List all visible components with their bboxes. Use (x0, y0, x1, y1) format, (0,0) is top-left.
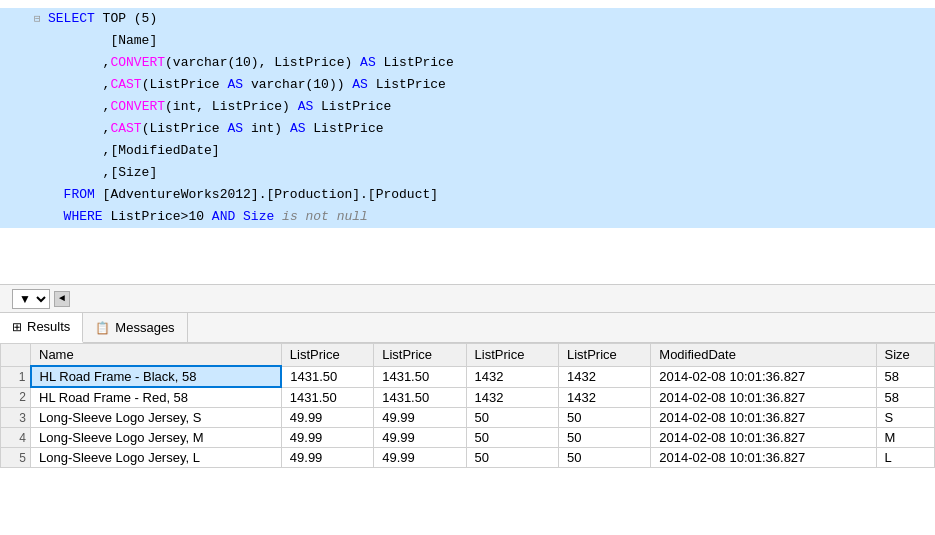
sql-line-1: ⊟SELECT TOP (5) (0, 8, 935, 30)
sql-line-10: WHERE ListPrice>10 AND Size is not null (0, 206, 935, 228)
cell-0-2[interactable]: 1431.50 (281, 366, 373, 387)
tab-messages[interactable]: 📋Messages (83, 313, 187, 343)
cell-4-3[interactable]: 49.99 (374, 448, 466, 468)
cell-3-4[interactable]: 50 (466, 428, 558, 448)
cell-0-4[interactable]: 1432 (466, 366, 558, 387)
table-row[interactable]: 2HL Road Frame - Red, 581431.501431.5014… (1, 387, 935, 408)
cell-3-7[interactable]: M (876, 428, 934, 448)
column-header-4: ListPrice (466, 344, 558, 367)
line-content-9: FROM [AdventureWorks2012].[Production].[… (48, 184, 931, 206)
line-content-5: ,CONVERT(int, ListPrice) AS ListPrice (48, 96, 931, 118)
cell-2-1[interactable]: Long-Sleeve Logo Jersey, S (31, 408, 282, 428)
sql-line-9: FROM [AdventureWorks2012].[Production].[… (0, 184, 935, 206)
scroll-left-button[interactable]: ◄ (54, 291, 70, 307)
cell-1-2[interactable]: 1431.50 (281, 387, 373, 408)
cell-2-5[interactable]: 50 (558, 408, 650, 428)
cell-4-6[interactable]: 2014-02-08 10:01:36.827 (651, 448, 876, 468)
cell-4-5[interactable]: 50 (558, 448, 650, 468)
sql-editor[interactable]: ⊟SELECT TOP (5) [Name] ,CONVERT(varchar(… (0, 0, 935, 285)
table-row[interactable]: 3Long-Sleeve Logo Jersey, S49.9949.99505… (1, 408, 935, 428)
row-number: 2 (1, 387, 31, 408)
line-content-4: ,CAST(ListPrice AS varchar(10)) AS ListP… (48, 74, 931, 96)
column-header-7: Size (876, 344, 934, 367)
tab-label-messages: Messages (115, 320, 174, 335)
line-content-3: ,CONVERT(varchar(10), ListPrice) AS List… (48, 52, 931, 74)
cell-0-1[interactable]: HL Road Frame - Black, 58 (31, 366, 282, 387)
tab-icon-messages: 📋 (95, 321, 110, 335)
line-content-1: SELECT TOP (5) (48, 8, 931, 30)
sql-line-7: ,[ModifiedDate] (0, 140, 935, 162)
zoom-dropdown[interactable]: ▼ (12, 289, 50, 309)
cell-4-1[interactable]: Long-Sleeve Logo Jersey, L (31, 448, 282, 468)
sql-line-6: ,CAST(ListPrice AS int) AS ListPrice (0, 118, 935, 140)
cell-1-5[interactable]: 1432 (558, 387, 650, 408)
column-header-2: ListPrice (281, 344, 373, 367)
row-number: 4 (1, 428, 31, 448)
cell-0-5[interactable]: 1432 (558, 366, 650, 387)
line-content-6: ,CAST(ListPrice AS int) AS ListPrice (48, 118, 931, 140)
column-header-3: ListPrice (374, 344, 466, 367)
column-header-6: ModifiedDate (651, 344, 876, 367)
cell-3-1[interactable]: Long-Sleeve Logo Jersey, M (31, 428, 282, 448)
sql-line-3: ,CONVERT(varchar(10), ListPrice) AS List… (0, 52, 935, 74)
column-header-0 (1, 344, 31, 367)
line-content-7: ,[ModifiedDate] (48, 140, 931, 162)
sql-line-4: ,CAST(ListPrice AS varchar(10)) AS ListP… (0, 74, 935, 96)
table-row[interactable]: 4Long-Sleeve Logo Jersey, M49.9949.99505… (1, 428, 935, 448)
row-number: 1 (1, 366, 31, 387)
cell-2-7[interactable]: S (876, 408, 934, 428)
cell-3-5[interactable]: 50 (558, 428, 650, 448)
cell-2-3[interactable]: 49.99 (374, 408, 466, 428)
tabs-bar: ⊞Results📋Messages (0, 313, 935, 343)
tab-label-results: Results (27, 319, 70, 334)
cell-4-7[interactable]: L (876, 448, 934, 468)
cell-0-7[interactable]: 58 (876, 366, 934, 387)
line-content-2: [Name] (48, 30, 931, 52)
column-header-1: Name (31, 344, 282, 367)
results-table: NameListPriceListPriceListPriceListPrice… (0, 343, 935, 468)
cell-0-6[interactable]: 2014-02-08 10:01:36.827 (651, 366, 876, 387)
cell-1-4[interactable]: 1432 (466, 387, 558, 408)
row-number: 3 (1, 408, 31, 428)
results-area[interactable]: NameListPriceListPriceListPriceListPrice… (0, 343, 935, 535)
sql-line-2: [Name] (0, 30, 935, 52)
cell-1-3[interactable]: 1431.50 (374, 387, 466, 408)
tab-results[interactable]: ⊞Results (0, 313, 83, 343)
cell-4-2[interactable]: 49.99 (281, 448, 373, 468)
cell-3-6[interactable]: 2014-02-08 10:01:36.827 (651, 428, 876, 448)
cell-3-3[interactable]: 49.99 (374, 428, 466, 448)
cell-1-1[interactable]: HL Road Frame - Red, 58 (31, 387, 282, 408)
cell-4-4[interactable]: 50 (466, 448, 558, 468)
cell-2-4[interactable]: 50 (466, 408, 558, 428)
status-bar: ▼ ◄ (0, 285, 935, 313)
line-content-10: WHERE ListPrice>10 AND Size is not null (48, 206, 931, 228)
row-number: 5 (1, 448, 31, 468)
cell-0-3[interactable]: 1431.50 (374, 366, 466, 387)
cell-2-6[interactable]: 2014-02-08 10:01:36.827 (651, 408, 876, 428)
column-header-5: ListPrice (558, 344, 650, 367)
table-row[interactable]: 1HL Road Frame - Black, 581431.501431.50… (1, 366, 935, 387)
collapse-icon-1[interactable]: ⊟ (34, 8, 48, 30)
table-row[interactable]: 5Long-Sleeve Logo Jersey, L49.9949.99505… (1, 448, 935, 468)
cell-1-7[interactable]: 58 (876, 387, 934, 408)
sql-line-5: ,CONVERT(int, ListPrice) AS ListPrice (0, 96, 935, 118)
cell-1-6[interactable]: 2014-02-08 10:01:36.827 (651, 387, 876, 408)
cell-3-2[interactable]: 49.99 (281, 428, 373, 448)
cell-2-2[interactable]: 49.99 (281, 408, 373, 428)
line-content-8: ,[Size] (48, 162, 931, 184)
tab-icon-results: ⊞ (12, 320, 22, 334)
sql-line-8: ,[Size] (0, 162, 935, 184)
